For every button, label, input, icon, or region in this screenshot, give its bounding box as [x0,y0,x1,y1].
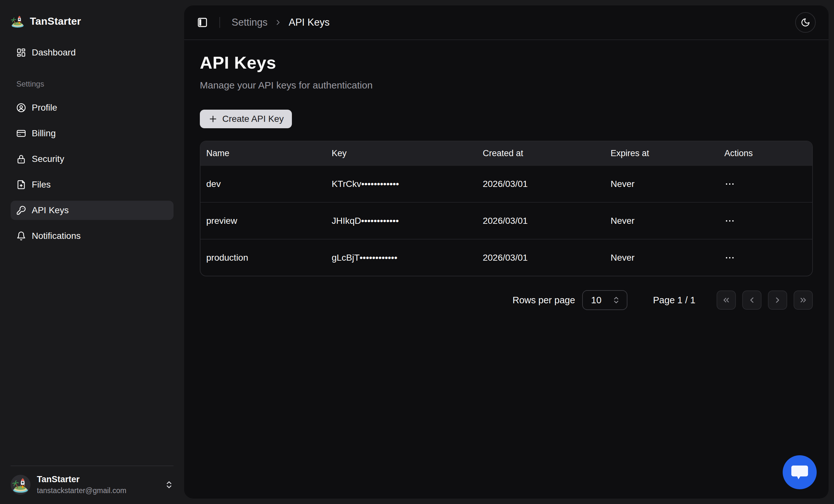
pagination-bar: Rows per page 10 Page 1 / 1 [200,290,813,310]
theme-toggle-button[interactable] [795,12,816,33]
create-api-key-label: Create API Key [222,114,284,124]
layout-dashboard-icon [16,48,26,58]
breadcrumb: Settings API Keys [232,17,330,28]
island-rocket-logo-icon [10,14,25,28]
cell-key: gLcBjT•••••••••••• [326,253,477,263]
row-actions-button[interactable] [724,251,742,265]
chevron-right-icon [274,18,282,27]
sidebar: TanStarter Dashboard Settings Profile [0,0,184,504]
next-page-button[interactable] [768,291,787,310]
sidebar-section-settings: Settings [10,79,174,89]
page-indicator: Page 1 / 1 [653,295,696,305]
sidebar-footer: TanStarter tanstackstarter@gmail.com [10,465,174,495]
cell-name: preview [200,216,326,226]
rows-per-page-select[interactable]: 10 [582,290,628,310]
api-keys-table: Name Key Created at Expires at Actions d… [200,141,813,276]
table-row: dev KTrCkv•••••••••••• 2026/03/01 Never [200,165,812,202]
table-row: preview JHIkqD•••••••••••• 2026/03/01 Ne… [200,202,812,239]
sidebar-item-profile[interactable]: Profile [10,98,174,117]
sidebar-item-dashboard[interactable]: Dashboard [10,43,174,62]
credit-card-icon [16,129,26,138]
row-actions-button[interactable] [724,177,742,191]
sidebar-item-label: Files [32,180,51,190]
sidebar-item-label: Billing [32,128,56,138]
rows-per-page-label: Rows per page [512,295,575,305]
chevrons-left-icon [722,296,731,304]
last-page-button[interactable] [794,291,813,310]
app-logo[interactable]: TanStarter [10,12,174,30]
previous-page-button[interactable] [742,291,762,310]
chat-widget-button[interactable] [783,455,817,489]
create-api-key-button[interactable]: Create API Key [200,110,292,128]
first-page-button[interactable] [717,291,736,310]
chevrons-right-icon [799,296,808,304]
ellipsis-icon [724,179,735,189]
ellipsis-icon [724,252,735,263]
column-header-created-at: Created at [477,148,605,158]
breadcrumb-current: API Keys [289,17,330,28]
chat-bubble-icon [791,464,809,480]
cell-expires-at: Never [605,253,719,263]
bell-icon [16,231,26,241]
user-meta: TanStarter tanstackstarter@gmail.com [37,475,158,495]
panel-left-icon [197,17,208,28]
rows-per-page-value: 10 [591,295,601,305]
table-header-row: Name Key Created at Expires at Actions [200,141,812,165]
sidebar-item-security[interactable]: Security [10,150,174,169]
column-header-name: Name [200,148,326,158]
chevron-left-icon [747,296,756,304]
lock-icon [16,154,26,164]
page-subtitle: Manage your API keys for authentication [200,79,813,92]
chevrons-up-down-icon [612,296,620,304]
cell-created-at: 2026/03/01 [477,216,605,226]
main-panel: Settings API Keys API Keys Manage your A… [184,5,829,499]
sidebar-item-api-keys[interactable]: API Keys [10,201,174,220]
sidebar-toggle-button[interactable] [197,17,208,28]
sidebar-item-billing[interactable]: Billing [10,124,174,143]
column-header-expires-at: Expires at [605,148,719,158]
cell-expires-at: Never [605,179,719,189]
header-divider [219,17,220,28]
key-icon [16,206,26,215]
column-header-actions: Actions [719,148,812,158]
cell-key: JHIkqD•••••••••••• [326,216,477,226]
sidebar-item-label: API Keys [32,205,69,215]
sidebar-item-label: Dashboard [32,47,76,58]
page-title: API Keys [200,51,813,74]
sidebar-nav: Dashboard Settings Profile Billing [10,43,174,252]
chevron-right-icon [773,296,782,304]
file-up-icon [16,180,26,189]
sidebar-item-label: Notifications [32,231,81,241]
table-row: production gLcBjT•••••••••••• 2026/03/01… [200,239,812,276]
user-name: TanStarter [37,475,158,484]
page-content: API Keys Manage your API keys for authen… [184,40,829,321]
sidebar-item-notifications[interactable]: Notifications [10,226,174,246]
sidebar-item-label: Security [32,154,64,164]
user-menu-trigger[interactable]: TanStarter tanstackstarter@gmail.com [10,475,174,495]
top-header: Settings API Keys [184,5,829,40]
cell-created-at: 2026/03/01 [477,253,605,263]
plus-icon [208,114,218,124]
pager-buttons [717,291,813,310]
circle-user-icon [16,103,26,113]
ellipsis-icon [724,215,735,226]
sidebar-item-label: Profile [32,102,57,113]
user-avatar [10,475,30,495]
app-title: TanStarter [30,15,81,27]
user-email: tanstackstarter@gmail.com [37,486,158,495]
breadcrumb-settings[interactable]: Settings [232,17,267,28]
cell-name: production [200,253,326,263]
moon-icon [800,18,810,27]
row-actions-button[interactable] [724,214,742,228]
cell-expires-at: Never [605,216,719,226]
sidebar-item-files[interactable]: Files [10,175,174,194]
chevrons-up-down-icon [164,480,174,489]
cell-name: dev [200,179,326,189]
column-header-key: Key [326,148,477,158]
cell-created-at: 2026/03/01 [477,179,605,189]
cell-key: KTrCkv•••••••••••• [326,179,477,189]
